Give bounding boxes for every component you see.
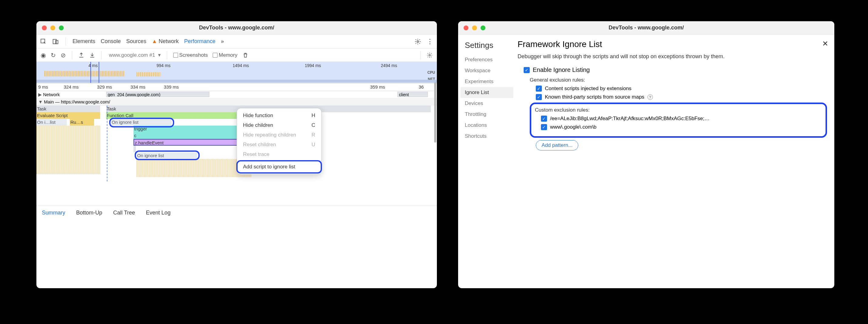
clear-button[interactable]: ⊘	[61, 52, 66, 59]
settings-gear-icon[interactable]	[414, 38, 421, 45]
window-controls	[458, 26, 486, 30]
spacer	[36, 182, 437, 206]
tab-bottom-up[interactable]: Bottom-Up	[76, 209, 102, 216]
tab-sources[interactable]: Sources	[126, 38, 146, 44]
svg-rect-2	[56, 40, 58, 44]
network-entry[interactable]: client_	[398, 92, 428, 97]
ctx-reset-trace: Reset trace	[237, 150, 321, 159]
ctx-label: Add script to ignore list	[243, 164, 295, 170]
svg-point-3	[417, 41, 419, 42]
flame-ignore-list[interactable]: On ignore list	[111, 119, 172, 126]
tab-console[interactable]: Console	[101, 38, 121, 44]
vscrollbar[interactable]	[434, 76, 437, 228]
checkbox-checked-icon: ✓	[541, 116, 547, 122]
rule-third-party-scripts[interactable]: ✓ Known third-party scripts from source …	[536, 94, 827, 100]
screenshots-checkbox[interactable]: Screenshots	[173, 52, 208, 58]
ctx-hide-children[interactable]: Hide children C	[237, 121, 321, 130]
tab-network[interactable]: ▲ Network	[152, 38, 179, 44]
nav-ignore-list[interactable]: Ignore List	[461, 87, 513, 98]
nav-locations[interactable]: Locations	[461, 120, 513, 131]
checkbox-checked-icon: ✓	[524, 67, 530, 73]
overview-tick: 2494 ms	[381, 63, 397, 68]
checkbox-checked-icon: ✓	[536, 86, 542, 92]
record-button[interactable]: ◉	[41, 52, 46, 59]
svg-point-4	[429, 54, 431, 56]
close-window-button[interactable]	[464, 26, 468, 30]
warning-icon: ▲	[152, 38, 157, 44]
divider	[65, 37, 66, 46]
ctx-hide-function[interactable]: Hide function H	[237, 111, 321, 121]
maximize-window-button[interactable]	[59, 26, 64, 30]
nav-throttling[interactable]: Throttling	[461, 109, 513, 120]
flame-task[interactable]: Task	[36, 105, 100, 112]
tab-event-log[interactable]: Event Log	[146, 209, 170, 216]
tab-performance[interactable]: Performance	[184, 38, 215, 44]
device-toggle-icon[interactable]	[52, 38, 59, 45]
ctx-label: Hide function	[243, 112, 273, 119]
inspect-icon[interactable]	[40, 38, 47, 45]
nav-devices[interactable]: Devices	[461, 98, 513, 109]
screenshots-label: Screenshots	[179, 52, 208, 58]
upload-icon[interactable]	[78, 52, 84, 58]
add-pattern-button[interactable]: Add pattern...	[536, 140, 578, 151]
flame-ignore-list[interactable]: On i…list	[36, 119, 67, 126]
help-icon[interactable]: ?	[647, 94, 653, 100]
more-tabs-button[interactable]: »	[221, 38, 224, 44]
close-icon[interactable]: ✕	[822, 39, 828, 48]
svg-rect-1	[53, 39, 56, 44]
time-marker	[107, 105, 107, 182]
collapse-arrow-icon[interactable]: ▼	[38, 99, 43, 104]
download-icon[interactable]	[89, 52, 95, 58]
flame-stripes	[136, 159, 252, 177]
flame-ignore-list[interactable]: On ignore list	[136, 152, 197, 159]
tab-call-tree[interactable]: Call Tree	[113, 209, 135, 216]
flame-run[interactable]: Ru…s	[70, 119, 94, 126]
nav-experiments[interactable]: Experiments	[461, 76, 513, 87]
custom-rule-2[interactable]: ✓ www\.google\.com\b	[541, 124, 822, 130]
nav-preferences[interactable]: Preferences	[461, 54, 513, 65]
vscroll-thumb[interactable]	[434, 82, 436, 142]
maximize-window-button[interactable]	[480, 26, 486, 30]
enable-ignore-listing-checkbox[interactable]: ✓ Enable Ignore Listing	[524, 66, 827, 73]
ruler-tick: 9 ms	[38, 84, 48, 90]
memory-checkbox[interactable]: Memory	[213, 52, 237, 58]
overview-viewport-right[interactable]	[99, 62, 99, 83]
minimize-window-button[interactable]	[50, 26, 55, 30]
minimize-window-button[interactable]	[472, 26, 477, 30]
nav-shortcuts[interactable]: Shortcuts	[461, 131, 513, 142]
custom-rule-1[interactable]: ✓ /ee=ALeJib:B8gLwd;AfeaP:TkrAjf;Afksuc:…	[541, 116, 822, 122]
flame-function-call[interactable]: Function Call	[106, 112, 252, 119]
kebab-menu-icon[interactable]: ⋮	[427, 38, 433, 45]
nav-workspace[interactable]: Workspace	[461, 65, 513, 76]
tab-summary[interactable]: Summary	[42, 209, 65, 216]
reload-record-button[interactable]: ↻	[51, 52, 56, 59]
flame-evaluate[interactable]: Evaluate Script	[36, 112, 100, 119]
timeline-overview[interactable]: CPU NET 4 ms 994 ms 1494 ms 1994 ms 2494…	[36, 62, 437, 83]
network-entry[interactable]: gen_204 (www.google.com)	[106, 92, 209, 97]
collect-garbage-icon[interactable]	[242, 52, 248, 58]
titlebar[interactable]: DevTools - www.google.com/	[36, 21, 437, 35]
capture-settings-gear-icon[interactable]	[427, 52, 433, 58]
ctx-label: Hide children	[243, 122, 273, 128]
divider	[167, 51, 167, 60]
ctx-shortcut: U	[312, 142, 315, 148]
expand-arrow-icon[interactable]: ▶	[38, 92, 42, 97]
ctx-label: Reset children	[243, 142, 276, 148]
page-title: Framework Ignore List	[518, 39, 827, 49]
custom-rules-heading: Custom exclusion rules:	[535, 107, 822, 113]
close-window-button[interactable]	[42, 26, 47, 30]
recording-selector[interactable]: www.google.com #1 ▾	[109, 52, 161, 58]
tab-elements[interactable]: Elements	[72, 38, 95, 44]
overview-activity	[136, 72, 160, 76]
ruler-tick: 339 ms	[164, 84, 179, 90]
overview-viewport-left[interactable]	[90, 62, 91, 83]
settings-heading: Settings	[461, 39, 513, 54]
main-track-header[interactable]: ▼ Main — https://www.google.com/	[36, 98, 437, 105]
flame-anon[interactable]	[133, 145, 136, 152]
titlebar[interactable]: DevTools - www.google.com/	[458, 21, 834, 35]
memory-label: Memory	[219, 52, 237, 58]
network-track-header[interactable]: ▶ Network gen_204 (www.google.com) clien…	[36, 91, 437, 98]
ctx-add-to-ignore-list[interactable]: Add script to ignore list	[237, 162, 321, 172]
rule-content-scripts[interactable]: ✓ Content scripts injected by extensions	[536, 86, 827, 92]
overview-net-strip	[36, 80, 437, 82]
